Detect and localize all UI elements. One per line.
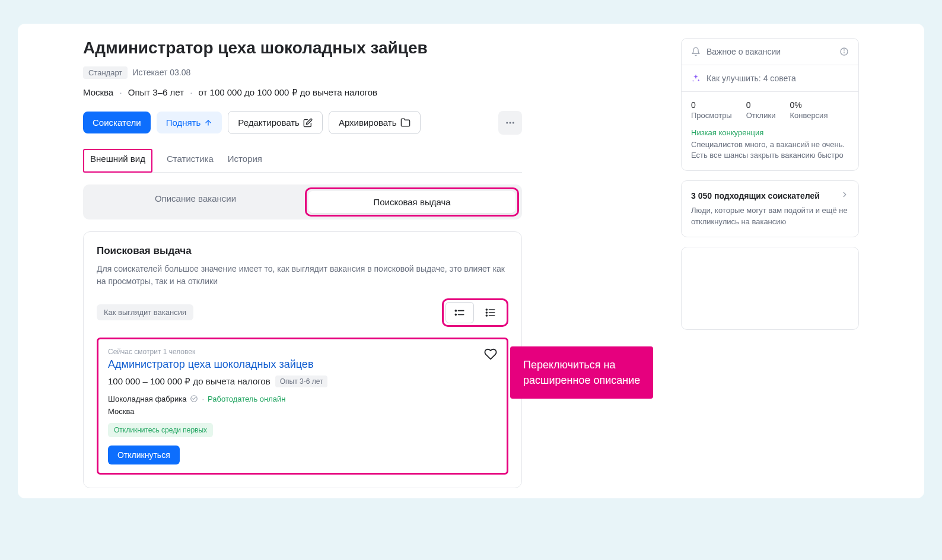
- preview-salary: 100 000 – 100 000 ₽ до вычета налогов: [108, 376, 270, 387]
- favorite-button[interactable]: [484, 348, 497, 362]
- app-window: Администратор цеха шоколадных зайцев Ста…: [18, 24, 924, 498]
- match-title: 3 050 подходящих соискателей: [691, 191, 820, 201]
- vacancy-preview-card: Сейчас смотрит 1 человек Администратор ц…: [97, 338, 508, 475]
- heart-icon: [484, 348, 497, 361]
- folder-icon: [400, 117, 410, 128]
- stat-responses: 0 Отклики: [746, 100, 776, 120]
- archive-label: Архивировать: [339, 117, 397, 128]
- info-icon[interactable]: [839, 47, 849, 56]
- edit-icon: [303, 118, 313, 128]
- match-title-row: 3 050 подходящих соискателей: [691, 190, 849, 201]
- expiry-text: Истекает 03.08: [132, 68, 190, 77]
- subtab-search-highlight: Поисковая выдача: [305, 187, 519, 217]
- promote-button[interactable]: Поднять: [157, 112, 222, 133]
- tab-statistics[interactable]: Статистика: [167, 149, 214, 172]
- search-preview-panel: Поисковая выдача Для соискателей большое…: [83, 231, 522, 488]
- important-label: Важное о вакансии: [706, 47, 781, 56]
- competition-block: Низкая конкуренция Специалистов много, а…: [682, 128, 858, 170]
- applicants-button[interactable]: Соискатели: [83, 112, 151, 133]
- subtab-search-results[interactable]: Поисковая выдача: [308, 191, 515, 213]
- tab-history[interactable]: История: [228, 149, 262, 172]
- side-column: Важное о вакансии Как улучшить: 4 совета…: [681, 38, 859, 498]
- stats-row: 0 Просмотры 0 Отклики 0% Конверсия: [682, 92, 858, 128]
- svg-point-1: [510, 122, 511, 123]
- preview-title-link[interactable]: Администратор цеха шоколадных зайцев: [108, 358, 497, 371]
- action-row: Соискатели Поднять Редактировать Архивир…: [83, 111, 522, 135]
- panel-description: Для соискателей большое значение имеет т…: [97, 263, 508, 288]
- preview-salary-row: 100 000 – 100 000 ₽ до вычета налогов Оп…: [108, 376, 497, 387]
- improve-row[interactable]: Как улучшить: 4 совета: [682, 65, 858, 92]
- competition-title: Низкая конкуренция: [691, 128, 849, 137]
- callout-box: Переключиться на расширенное описание: [510, 346, 653, 399]
- important-card: Важное о вакансии Как улучшить: 4 совета…: [681, 38, 859, 171]
- empty-side-card: [681, 247, 859, 330]
- list-compact-icon: [454, 307, 466, 319]
- stat-conversion: 0% Конверсия: [790, 100, 828, 120]
- svg-point-3: [455, 310, 456, 311]
- stat-responses-label: Отклики: [746, 111, 776, 120]
- chevron-right-icon: [841, 190, 849, 201]
- preview-viewers: Сейчас смотрит 1 человек: [108, 348, 497, 356]
- improve-link: Как улучшить: 4 совета: [706, 74, 796, 83]
- edit-button[interactable]: Редактировать: [228, 111, 323, 134]
- stat-views: 0 Просмотры: [691, 100, 732, 120]
- appearance-chip: Как выглядит вакансия: [97, 304, 193, 320]
- competition-description: Специалистов много, а вакансий не очень.…: [691, 139, 849, 161]
- subtab-description[interactable]: Описание вакансии: [86, 187, 305, 217]
- callout-line1: Переключиться на: [523, 357, 640, 373]
- preview-company-row: Шоколадная фабрика · Работодатель онлайн: [108, 394, 497, 403]
- early-response-badge: Откликнитесь среди первых: [108, 423, 213, 437]
- stat-conversion-label: Конверсия: [790, 111, 828, 120]
- svg-point-16: [844, 50, 845, 50]
- main-column: Администратор цеха шоколадных зайцев Ста…: [18, 38, 546, 498]
- svg-point-9: [486, 312, 487, 313]
- callout-annotation: Переключиться на расширенное описание: [510, 346, 653, 399]
- more-button[interactable]: [498, 111, 522, 135]
- experience-text: Опыт 3–6 лет: [128, 87, 184, 97]
- stat-conversion-value: 0%: [790, 100, 828, 110]
- svg-point-2: [513, 122, 514, 123]
- verified-icon: [190, 394, 198, 403]
- svg-point-7: [486, 309, 487, 310]
- promote-label: Поднять: [166, 117, 201, 128]
- salary-text: от 100 000 до 100 000 ₽ до вычета налого…: [199, 87, 377, 97]
- preview-city: Москва: [108, 407, 497, 416]
- view-toggle-group: [442, 298, 508, 327]
- stat-views-label: Просмотры: [691, 111, 732, 120]
- panel-title: Поисковая выдача: [97, 245, 508, 257]
- tabs-row: Внешний вид Статистика История: [83, 149, 522, 173]
- subtabs: Описание вакансии Поисковая выдача: [83, 184, 522, 219]
- arrow-up-icon: [204, 119, 212, 127]
- preview-company-name: Шоколадная фабрика: [108, 394, 186, 403]
- panel-controls-row: Как выглядит вакансия: [97, 298, 508, 327]
- sparkle-icon: [691, 74, 701, 83]
- stat-views-value: 0: [691, 100, 732, 110]
- important-row[interactable]: Важное о вакансии: [682, 39, 858, 65]
- svg-point-0: [506, 122, 508, 123]
- preview-experience-chip: Опыт 3-6 лет: [275, 376, 328, 387]
- tab-appearance[interactable]: Внешний вид: [83, 149, 152, 173]
- bell-icon: [691, 47, 701, 56]
- svg-point-5: [455, 314, 456, 315]
- svg-point-11: [486, 315, 487, 316]
- view-compact-button[interactable]: [445, 302, 474, 323]
- detail-line: Москва · Опыт 3–6 лет · от 100 000 до 10…: [83, 87, 522, 98]
- match-description: Люди, которые могут вам подойти и ещё не…: [691, 205, 849, 227]
- location-text: Москва: [83, 87, 113, 97]
- archive-button[interactable]: Архивировать: [329, 111, 421, 134]
- page-title: Администратор цеха шоколадных зайцев: [83, 38, 522, 58]
- meta-row: Стандарт Истекает 03.08: [83, 66, 522, 79]
- matching-applicants-card[interactable]: 3 050 подходящих соискателей Люди, котор…: [681, 180, 859, 237]
- dots-icon: [505, 117, 515, 128]
- preview-online-status: Работодатель онлайн: [208, 394, 285, 403]
- callout-line2: расширенное описание: [523, 373, 640, 388]
- respond-button[interactable]: Откликнуться: [108, 446, 180, 464]
- stat-responses-value: 0: [746, 100, 776, 110]
- view-expanded-button[interactable]: [476, 302, 505, 323]
- list-expanded-icon: [485, 307, 497, 319]
- edit-label: Редактировать: [238, 117, 300, 128]
- plan-badge: Стандарт: [83, 66, 128, 79]
